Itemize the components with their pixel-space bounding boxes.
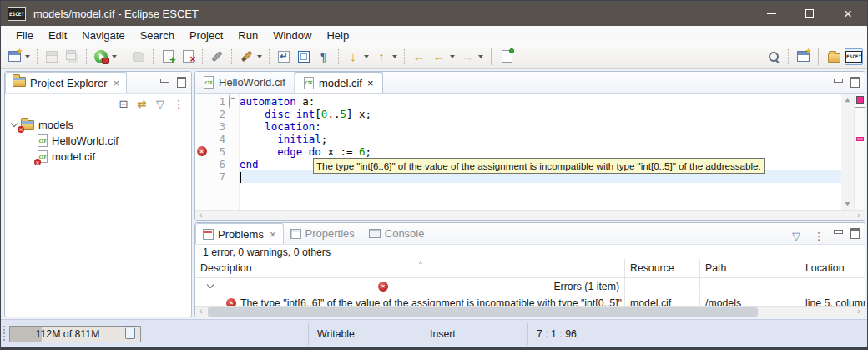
editor-tab-helloworld-cif[interactable]: CIFHelloWorld.cif [195,72,295,93]
scroll-right-icon[interactable]: › [853,211,865,221]
collapse-all-icon[interactable]: ⊟ [116,96,131,111]
scrollbar-thumb[interactable] [208,307,758,317]
code-line-4[interactable]: initial; [240,133,841,145]
toolbar-separator [818,48,819,65]
tree-item-model-cif[interactable]: CIF×model.cif [5,149,191,165]
scroll-right-icon[interactable]: › [853,307,865,317]
pin-editor-button[interactable] [497,48,516,66]
resource-perspective-button[interactable] [825,48,843,66]
maximize-button[interactable] [790,1,829,26]
maximize-view-icon[interactable] [850,228,860,237]
format-button[interactable] [237,48,255,66]
code-line-3[interactable]: location: [240,120,841,133]
dropdown-caret-icon[interactable] [392,55,397,58]
code-editor[interactable]: × 1234567 automaton a: disc int[0..5] x;… [195,94,865,210]
format-icon [240,50,252,62]
minimize-editor-icon[interactable] [834,77,843,86]
minimize-view-icon[interactable] [834,228,843,237]
last-edit-location-button[interactable]: ← [410,48,428,66]
expand-collapse-icon[interactable] [11,120,18,127]
dropdown-caret-icon[interactable] [257,55,262,58]
tab-console[interactable]: Console [362,223,432,244]
error-marker-icon[interactable]: × [197,146,207,156]
menu-help[interactable]: Help [319,28,356,43]
column-header-path[interactable]: Path [699,259,800,277]
dropdown-caret-icon[interactable] [364,55,369,58]
close-button[interactable]: × [829,1,867,26]
overview-error-marker[interactable] [856,137,864,141]
overview-error-indicator[interactable] [856,96,864,104]
column-header-description[interactable]: Description [195,259,624,277]
scroll-down-icon[interactable]: ▼ [841,198,854,210]
menu-edit[interactable]: Edit [41,28,74,43]
open-perspective-button[interactable] [794,48,812,66]
close-view-icon[interactable]: × [270,228,276,241]
show-whitespace-icon: ¶ [320,50,327,63]
minimize-view-icon[interactable] [160,77,169,86]
close-view-icon[interactable]: × [113,77,119,89]
problems-header-row: DescriptionResourcePathLocation^ [195,259,865,278]
tree-item-label: model.cif [52,150,95,163]
writable-status: Writable [308,323,421,345]
tab-project-explorer[interactable]: Project Explorer × [5,72,127,93]
column-header-resource[interactable]: Resource [624,259,699,277]
maximize-editor-icon[interactable] [850,77,860,86]
save-icon [46,51,58,63]
show-whitespace-button[interactable]: ¶ [315,48,333,66]
view-menu-icon[interactable]: ⋮ [171,96,186,111]
heap-usage-label: 112M of 811M [10,328,125,340]
shift-right-button[interactable]: ↵ [275,48,293,66]
add-term-button[interactable]: + [159,48,177,66]
problems-horizontal-scrollbar[interactable]: ‹ › [195,306,865,317]
previous-annotation-button[interactable]: ↑ [372,48,391,66]
code-text[interactable]: automaton a: disc int[0..5] x; location:… [240,94,841,210]
search-button[interactable] [765,48,783,66]
dropdown-caret-icon[interactable] [450,55,455,58]
filter-icon[interactable]: ▽ [153,96,168,111]
tree-item-models[interactable]: ×models [5,117,191,133]
menu-project[interactable]: Project [182,28,230,43]
remove-term-button[interactable]: × [179,48,197,66]
line-number: 1 [208,95,225,108]
dropdown-caret-icon[interactable] [25,55,30,58]
block-selection-button[interactable] [295,48,313,66]
code-line-1[interactable]: automaton a: [240,95,841,108]
column-header-location[interactable]: Location [800,259,865,277]
link-with-editor-icon[interactable]: ⇄ [134,96,149,111]
tab-label: Properties [305,227,355,240]
editor-horizontal-scrollbar[interactable]: ‹ › [195,210,865,221]
dropdown-caret-icon[interactable] [478,55,483,58]
next-annotation-button[interactable]: ↓ [344,48,362,66]
fold-collapse-icon[interactable] [229,94,230,109]
dropdown-caret-icon[interactable] [112,55,117,58]
code-line-5[interactable]: edge do x := 6; [240,145,841,158]
maximize-view-icon[interactable] [177,77,186,86]
escet-perspective-button[interactable]: ESCET [845,48,863,66]
expand-collapse-icon[interactable] [207,282,214,288]
tab-problems[interactable]: Problems× [195,223,284,244]
external-tools-button[interactable] [208,48,226,66]
code-line-2[interactable]: disc int[0..5] x; [240,108,841,120]
menu-file[interactable]: File [8,28,41,43]
new-wizard-button[interactable] [5,48,23,66]
run-garbage-collector-icon[interactable] [125,328,135,339]
editor-tab-model-cif[interactable]: CIFmodel.cif× [295,72,383,93]
menu-window[interactable]: Window [265,28,319,43]
editor-vertical-scrollbar[interactable]: ▲ ▼ [841,94,854,210]
view-menu-icon[interactable]: ⋮ [811,228,826,243]
minimize-button[interactable] [752,1,790,26]
scroll-left-icon[interactable]: ‹ [195,307,207,317]
tree-item-helloworld-cif[interactable]: CIFHelloWorld.cif [5,133,191,149]
tab-properties[interactable]: Properties [284,223,362,244]
run-button[interactable] [92,48,110,66]
back-button[interactable]: ← [430,48,448,66]
menu-search[interactable]: Search [133,28,182,43]
filter-icon[interactable]: ▽ [789,228,804,243]
menu-navigate[interactable]: Navigate [74,28,132,43]
scroll-up-icon[interactable]: ▲ [841,94,854,105]
toolbar-separator [404,49,405,64]
problems-group-row[interactable]: ×Errors (1 item) [195,278,865,295]
menu-run[interactable]: Run [230,28,265,43]
scroll-left-icon[interactable]: ‹ [195,211,207,221]
close-tab-icon[interactable]: × [367,77,374,89]
